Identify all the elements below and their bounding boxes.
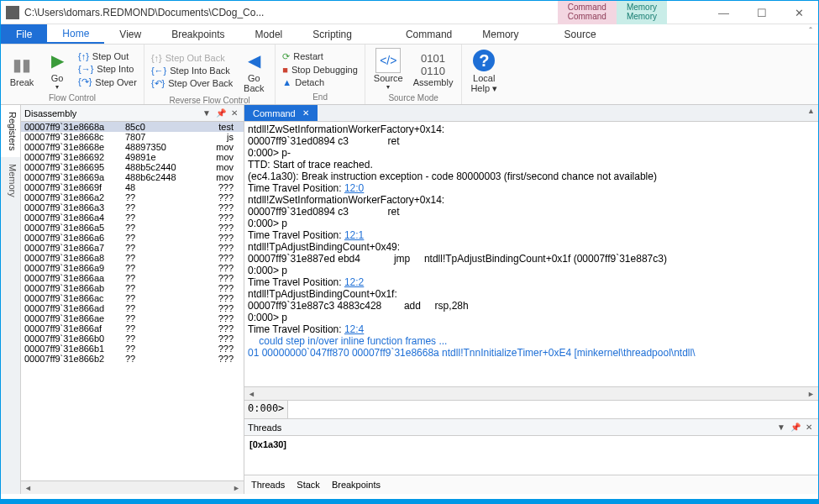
source-mode-button[interactable]: </> Source ▾ [370,46,407,92]
break-button[interactable]: ▮▮ Break [6,46,38,92]
tab-threads[interactable]: Threads [251,480,285,490]
pin-icon[interactable]: 📌 [788,423,803,432]
group-srcmode-label: Source Mode [370,92,457,105]
disasm-row[interactable]: 00007ff9`31e8669249891emov [21,152,244,162]
step-over-back-icon: {↶} [151,78,165,89]
restart-button[interactable]: ⟳Restart [281,50,360,63]
command-output[interactable]: ntdll!ZwSetInformationWorkerFactory+0x14… [244,122,818,386]
disasm-row[interactable]: 00007ff9`31e866a4????? [21,213,244,223]
step-over-back-button[interactable]: {↶}Step Over Back [150,77,234,90]
tab-stack[interactable]: Stack [297,480,320,490]
disasm-row[interactable]: 00007ff9`31e866af????? [21,323,244,333]
bottom-tabs: Threads Stack Breakpoints [244,475,818,494]
close-tab-icon[interactable]: ✕ [302,108,309,118]
minimize-button[interactable]: — [705,1,743,24]
threads-list[interactable]: [0x1a30] [244,436,818,475]
disasm-row[interactable]: 00007ff9`31e866a8????? [21,253,244,263]
close-panel-icon[interactable]: ✕ [228,108,240,118]
disasm-row[interactable]: 00007ff9`31e866a2????? [21,192,244,202]
menu-memory[interactable]: Memory [467,24,533,44]
step-into-button[interactable]: {→}Step Into [76,63,139,75]
step-out-button[interactable]: {↑}Step Out [76,50,139,62]
disasm-row[interactable]: 00007ff9`31e866a6????? [21,233,244,243]
step-over-button[interactable]: {↷}Step Over [76,76,139,88]
detach-button[interactable]: ▲Detach [281,76,360,88]
window-title: C:\Users\domars.REDMOND\Documents\CDog_C… [24,7,558,18]
disassembly-list[interactable]: 00007ff9`31e8668a85c0test00007ff9`31e866… [21,122,244,480]
menu-breakpoints[interactable]: Breakpoints [156,24,239,44]
step-over-icon: {↷} [78,76,92,87]
detach-icon: ▲ [282,77,291,87]
app-icon [6,6,19,19]
stop-debugging-button[interactable]: ■Stop Debugging [281,64,360,76]
disasm-row[interactable]: 00007ff9`31e8668c7807js [21,132,244,142]
ttpos-link-4[interactable]: 12:4 [344,323,364,335]
scroll-up-icon[interactable]: ▲ [804,105,818,121]
command-tab[interactable]: Command✕ [244,105,318,121]
ttpos-link-3[interactable]: 12:2 [344,276,364,288]
disasm-row[interactable]: 00007ff9`31e866ab????? [21,283,244,293]
side-tab-registers[interactable]: Registers [1,105,20,157]
disasm-row[interactable]: 00007ff9`31e866ac????? [21,293,244,303]
group-end-label: End [281,92,360,104]
contextual-tab-command[interactable]: Command Command [558,1,617,24]
assembly-mode-button[interactable]: 01010110 Assembly [410,46,457,92]
close-panel-icon[interactable]: ✕ [803,423,815,432]
ribbon-collapse-icon[interactable]: ˆ [809,26,812,36]
ribbon: ▮▮ Break ▶ Go ▾ {↑}Step Out {→}Step Into… [1,45,818,105]
disasm-row[interactable]: 00007ff9`31e866b2????? [21,354,244,364]
go-back-button[interactable]: ◀ Go Back [238,46,270,95]
menu-model[interactable]: Model [240,24,298,44]
command-input-row: 0:000> [244,400,818,418]
menu-home[interactable]: Home [47,24,104,44]
disasm-row[interactable]: 00007ff9`31e866a5????? [21,223,244,233]
disasm-row[interactable]: 00007ff9`31e866aa????? [21,273,244,283]
contextual-tab-group: Command Command Memory Memory [558,1,667,24]
step-out-icon: {↑} [78,51,89,61]
dropdown-icon[interactable]: ▼ [200,108,213,118]
menu-bar: File Home View Breakpoints Model Scripti… [1,24,818,45]
command-input[interactable] [288,401,818,418]
menu-scripting[interactable]: Scripting [297,24,367,44]
menu-command[interactable]: Command [391,24,467,44]
assembly-icon: 01010110 [421,52,446,77]
tab-breakpoints[interactable]: Breakpoints [332,480,381,490]
disasm-row[interactable]: 00007ff9`31e8668e48897350mov [21,142,244,152]
side-tab-strip: Registers Memory [1,105,21,494]
side-tab-memory[interactable]: Memory [1,157,20,204]
step-into-back-button[interactable]: {←}Step Into Back [150,65,234,76]
h-scrollbar[interactable]: ◄► [21,480,244,494]
disasm-row[interactable]: 00007ff9`31e8668a85c0test [21,122,244,132]
menu-file[interactable]: File [1,24,47,44]
contextual-tab-memory[interactable]: Memory Memory [617,1,667,24]
menu-source[interactable]: Source [549,24,612,44]
disassembly-header: Disassembly ▼ 📌 ✕ [21,105,244,122]
disasm-row[interactable]: 00007ff9`31e8669a488b6c2448mov [21,172,244,182]
help-button[interactable]: ? Local Help ▾ [467,46,501,96]
disasm-row[interactable]: 00007ff9`31e8669f48??? [21,182,244,192]
disasm-row[interactable]: 00007ff9`31e866a7????? [21,243,244,253]
disasm-row[interactable]: 00007ff9`31e866a9????? [21,263,244,273]
disasm-row[interactable]: 00007ff9`31e866b1????? [21,344,244,354]
step-out-back-button[interactable]: {↑}Step Out Back [150,52,234,64]
disasm-row[interactable]: 00007ff9`31e866ad????? [21,303,244,313]
disasm-row[interactable]: 00007ff9`31e866a3????? [21,202,244,213]
disasm-row[interactable]: 00007ff9`31e866b0????? [21,333,244,344]
ttpos-link-2[interactable]: 12:1 [344,229,364,241]
pause-icon: ▮▮ [9,52,34,77]
go-button[interactable]: ▶ Go ▾ [41,46,73,92]
group-flow-label: Flow Control [6,92,139,105]
panel-title: Disassembly [24,108,76,118]
disasm-row[interactable]: 00007ff9`31e86695488b5c2440mov [21,162,244,172]
source-icon: </> [375,48,401,73]
disasm-row[interactable]: 00007ff9`31e866ae????? [21,313,244,323]
thread-item[interactable]: [0x1a30] [249,439,813,449]
right-pane: Command✕ ▲ ntdll!ZwSetInformationWorkerF… [244,105,818,494]
close-button[interactable]: ✕ [780,1,818,24]
ttpos-link-1[interactable]: 12:0 [344,182,364,194]
maximize-button[interactable]: ☐ [743,1,780,24]
cmd-h-scrollbar[interactable]: ◄► [244,386,818,400]
dropdown-icon[interactable]: ▼ [774,423,788,432]
menu-view[interactable]: View [104,24,156,44]
pin-icon[interactable]: 📌 [213,108,228,118]
